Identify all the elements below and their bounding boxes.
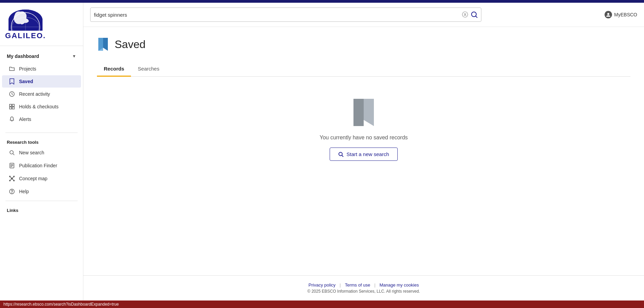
svg-point-26 xyxy=(12,193,12,193)
svg-line-21 xyxy=(10,176,12,179)
empty-state: You currently have no saved records Star… xyxy=(97,77,630,181)
search-clear-icon[interactable]: ⓧ xyxy=(462,12,468,18)
chevron-down-icon: ▼ xyxy=(72,54,76,59)
footer-copyright: © 2025 EBSCO Information Services, LLC. … xyxy=(90,289,637,294)
logo-text: GALILEO. xyxy=(5,31,46,40)
sidebar-divider-1 xyxy=(5,133,78,133)
sidebar-item-publication-finder[interactable]: Publication Finder xyxy=(2,159,81,172)
terms-of-use-link[interactable]: Terms of use xyxy=(345,282,370,288)
svg-line-22 xyxy=(12,176,14,179)
sidebar: GALILEO. My dashboard ▼ Projects xyxy=(0,3,83,301)
saved-label: Saved xyxy=(19,79,33,84)
sidebar-item-new-search[interactable]: New search xyxy=(2,147,81,159)
help-icon xyxy=(9,188,15,195)
concept-map-icon xyxy=(9,175,15,182)
svg-point-10 xyxy=(10,151,13,154)
sidebar-divider-2 xyxy=(5,201,78,201)
status-url: https://research.ebsco.com/search?isDash… xyxy=(3,302,119,307)
new-search-label: New search xyxy=(19,150,44,155)
search-icon xyxy=(9,150,15,156)
sidebar-item-recent-activity[interactable]: Recent activity xyxy=(2,88,81,100)
my-dashboard-header[interactable]: My dashboard ▼ xyxy=(0,50,83,62)
main-header: ⓧ MyEBSCO xyxy=(83,3,644,27)
search-icon-btn xyxy=(338,152,344,157)
folder-icon xyxy=(9,66,15,72)
concept-map-label: Concept map xyxy=(19,176,47,181)
bell-icon xyxy=(9,116,15,122)
user-icon xyxy=(605,11,612,18)
sidebar-item-holds-checkouts[interactable]: Holds & checkouts xyxy=(2,101,81,113)
tab-searches[interactable]: Searches xyxy=(131,62,166,77)
bookmark-icon xyxy=(9,78,15,84)
dashboard-section: My dashboard ▼ Projects Saved xyxy=(0,46,83,130)
globe-icon xyxy=(9,10,43,31)
help-label: Help xyxy=(19,189,29,194)
svg-line-31 xyxy=(342,155,343,157)
sidebar-item-alerts[interactable]: Alerts xyxy=(2,113,81,125)
tab-records[interactable]: Records xyxy=(97,62,131,77)
dashboard-title: My dashboard xyxy=(7,53,39,59)
projects-label: Projects xyxy=(19,66,36,72)
logo-area: GALILEO. xyxy=(0,3,83,46)
svg-line-24 xyxy=(12,179,14,181)
main-content: ⓧ MyEBSCO xyxy=(83,3,644,301)
links-label: Links xyxy=(0,204,83,214)
alerts-label: Alerts xyxy=(19,117,31,122)
privacy-policy-link[interactable]: Privacy policy xyxy=(309,282,335,288)
footer-links: Privacy policy | Terms of use | Manage m… xyxy=(90,282,637,288)
svg-line-23 xyxy=(10,179,12,181)
svg-rect-8 xyxy=(10,107,12,109)
svg-point-29 xyxy=(607,13,609,15)
search-input[interactable] xyxy=(94,12,462,18)
svg-rect-6 xyxy=(10,104,12,106)
sidebar-item-help[interactable]: Help xyxy=(2,185,81,198)
start-search-label: Start a new search xyxy=(346,151,389,157)
status-bar: https://research.ebsco.com/search?isDash… xyxy=(0,301,644,308)
tabs-row: Records Searches xyxy=(97,62,630,77)
empty-bookmark-icon xyxy=(350,97,377,128)
svg-rect-7 xyxy=(12,104,14,106)
sidebar-item-concept-map[interactable]: Concept map xyxy=(2,172,81,185)
page-saved-icon xyxy=(97,37,109,51)
holds-checkouts-label: Holds & checkouts xyxy=(19,104,59,109)
empty-message: You currently have no saved records xyxy=(319,135,408,141)
grid-icon xyxy=(9,104,15,110)
svg-rect-9 xyxy=(12,107,14,109)
svg-line-11 xyxy=(13,154,14,155)
sidebar-item-saved[interactable]: Saved xyxy=(2,75,81,88)
search-container: ⓧ xyxy=(90,7,481,22)
myebsco-label: MyEBSCO xyxy=(614,12,637,17)
research-tools-header: Research tools xyxy=(0,136,83,146)
svg-point-30 xyxy=(339,152,342,156)
page-body: Saved Records Searches You currently hav… xyxy=(83,27,644,275)
manage-cookies-link[interactable]: Manage my cookies xyxy=(380,282,419,288)
recent-activity-label: Recent activity xyxy=(19,91,50,97)
document-icon xyxy=(9,163,15,169)
page-footer: Privacy policy | Terms of use | Manage m… xyxy=(83,275,644,301)
svg-line-28 xyxy=(476,16,477,18)
search-button[interactable] xyxy=(471,11,478,18)
top-bar xyxy=(0,0,644,3)
page-title-row: Saved xyxy=(97,37,630,51)
publication-finder-label: Publication Finder xyxy=(19,163,57,168)
galileo-logo: GALILEO. xyxy=(7,10,44,40)
svg-point-27 xyxy=(472,12,476,17)
clock-icon xyxy=(9,91,15,97)
page-title: Saved xyxy=(115,38,146,51)
start-search-button[interactable]: Start a new search xyxy=(330,148,397,161)
myebsco-button[interactable]: MyEBSCO xyxy=(605,11,637,18)
sidebar-item-projects[interactable]: Projects xyxy=(2,63,81,75)
